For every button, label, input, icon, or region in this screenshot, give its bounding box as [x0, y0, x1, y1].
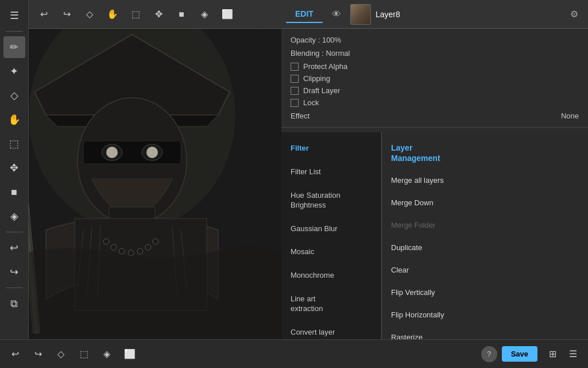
filter-menu-title[interactable]: Filter	[281, 137, 381, 160]
svg-point-18	[137, 248, 143, 254]
svg-point-9	[146, 147, 158, 158]
opacity-label: Opacity : 100%	[291, 36, 348, 44]
top-toolbar: ↩ ↪ ◇ ✋ ⬚ ✥ ■ ◈ ⬜	[29, 0, 281, 29]
blending-label: Blending : Normal	[291, 49, 350, 57]
grid-button[interactable]: ⊞	[542, 344, 563, 365]
merge-all-item[interactable]: Merge all layers	[382, 169, 588, 191]
lock-row: Lock	[291, 98, 579, 107]
lock-text: Lock	[303, 98, 319, 107]
protect-alpha-text: Protect Alpha	[303, 62, 347, 71]
toolbar-separator-3	[6, 288, 23, 288]
gaussian-blur-item[interactable]: Gaussian Blur	[281, 217, 381, 241]
layer-management-header: LayerManagement	[382, 137, 588, 169]
transform-btn[interactable]: ✥	[148, 4, 169, 25]
protect-alpha-row: Protect Alpha	[291, 62, 579, 71]
svg-point-17	[128, 250, 134, 256]
flip-horizontally-item[interactable]: Flip Horizontally	[382, 304, 588, 326]
merge-down-item[interactable]: Merge Down	[382, 191, 588, 214]
undo-button[interactable]: ↩	[3, 237, 25, 259]
fill-btn[interactable]: ◈	[194, 4, 215, 25]
bottom-right-tools: ☰	[563, 344, 583, 365]
toolbar-separator-1	[6, 31, 23, 32]
redo-bottom-button[interactable]: ↪	[28, 344, 48, 365]
svg-point-15	[111, 244, 117, 250]
toolbar-separator-2	[6, 232, 23, 232]
draft-layer-checkbox[interactable]	[291, 87, 299, 95]
dropdown-area: Filter Filter List Hue SaturationBrightn…	[281, 132, 588, 339]
undo-top-button[interactable]: ↩	[33, 4, 54, 25]
bottom-center-tools: ? Save ⊞	[481, 344, 563, 365]
bottom-left-tools: ↩ ↪ ◇ ⬚ ◈ ⬜	[5, 344, 481, 365]
visibility-toggle[interactable]: 👁	[327, 5, 346, 24]
svg-point-14	[103, 239, 109, 244]
transform-tool-button[interactable]: ✥	[3, 157, 25, 179]
clear-item[interactable]: Clear	[382, 259, 588, 281]
eraser-btn[interactable]: ⬜	[217, 4, 238, 25]
save-button[interactable]: Save	[502, 346, 537, 362]
edit-tab[interactable]: EDIT	[286, 6, 323, 23]
draft-layer-row: Draft Layer	[291, 86, 579, 95]
star-tool-button[interactable]: ✦	[3, 60, 25, 82]
canvas-area	[0, 0, 281, 368]
effect-row: Effect None	[291, 112, 579, 120]
redo-top-button[interactable]: ↪	[56, 4, 77, 25]
fill-bottom-button[interactable]: ◈	[96, 344, 117, 365]
line-art-item[interactable]: Line artextraction	[281, 288, 381, 321]
bottom-toolbar: ↩ ↪ ◇ ⬚ ◈ ⬜ ? Save ⊞ ☰	[0, 339, 588, 368]
clipping-text: Clipping	[303, 74, 330, 83]
opacity-row: Opacity : 100%	[291, 36, 579, 44]
layer-management-column: LayerManagement Merge all layers Merge D…	[382, 132, 588, 339]
svg-point-16	[119, 248, 125, 254]
menu-button[interactable]: ☰	[3, 5, 25, 26]
diamond-btn[interactable]: ◇	[79, 4, 100, 25]
duplicate-item[interactable]: Duplicate	[382, 236, 588, 259]
filter-list-item[interactable]: Filter List	[281, 160, 381, 184]
layers-button[interactable]: ⧉	[3, 293, 25, 315]
flip-vertically-item[interactable]: Flip Vertically	[382, 281, 588, 304]
hand-tool-button[interactable]: ✋	[3, 109, 25, 131]
svg-rect-5	[83, 141, 181, 164]
gradient-tool-button[interactable]: ◈	[3, 205, 25, 227]
svg-point-8	[106, 147, 118, 158]
shape-tool-button[interactable]: ◇	[3, 85, 25, 106]
lock-checkbox[interactable]	[291, 99, 299, 107]
draft-layer-text: Draft Layer	[303, 86, 340, 95]
help-button[interactable]: ?	[481, 346, 497, 362]
filter-column: Filter Filter List Hue SaturationBrightn…	[281, 132, 382, 339]
settings-button[interactable]: ⚙	[565, 5, 583, 24]
clipping-checkbox[interactable]	[291, 75, 299, 83]
hue-sat-item[interactable]: Hue SaturationBrightness	[281, 184, 381, 217]
left-toolbar: ☰ ✏ ✦ ◇ ✋ ⬚ ✥ ■ ◈ ↩ ↪ ⧉ 🎨	[0, 0, 29, 368]
layer-controls: Opacity : 100% Blending : Normal Protect…	[281, 29, 588, 128]
move-btn[interactable]: ✋	[102, 4, 123, 25]
redo-button[interactable]: ↪	[3, 261, 25, 283]
svg-point-19	[145, 244, 151, 250]
merge-folder-item: Merge Folder	[382, 214, 588, 236]
blending-row: Blending : Normal	[291, 49, 579, 57]
layer-name-label: Layer8	[376, 10, 565, 19]
mosaic-item[interactable]: Mosaic	[281, 240, 381, 264]
square-btn[interactable]: ■	[171, 4, 192, 25]
clipping-row: Clipping	[291, 74, 579, 83]
pen-tool-button[interactable]: ✏	[3, 36, 25, 58]
monochrome-item[interactable]: Monochrome	[281, 264, 381, 288]
protect-alpha-checkbox[interactable]	[291, 63, 299, 71]
select-tool-button[interactable]: ⬚	[3, 133, 25, 155]
effect-value: None	[561, 112, 579, 120]
layer-thumbnail	[350, 4, 371, 25]
svg-point-20	[153, 239, 158, 244]
list-view-button[interactable]: ☰	[563, 344, 583, 365]
select-bottom-button[interactable]: ⬚	[74, 344, 94, 365]
effect-label: Effect	[291, 112, 310, 120]
right-panel: EDIT 👁 Layer8 ⚙ Opacity : 100% Blending …	[281, 0, 588, 368]
select-rect-btn[interactable]: ⬚	[125, 4, 146, 25]
undo-bottom-button[interactable]: ↩	[5, 344, 25, 365]
eraser-bottom-button[interactable]: ⬜	[119, 344, 140, 365]
panel-header: EDIT 👁 Layer8 ⚙	[281, 0, 588, 29]
shape-bottom-button[interactable]: ◇	[51, 344, 71, 365]
fill-tool-button[interactable]: ■	[3, 181, 25, 203]
